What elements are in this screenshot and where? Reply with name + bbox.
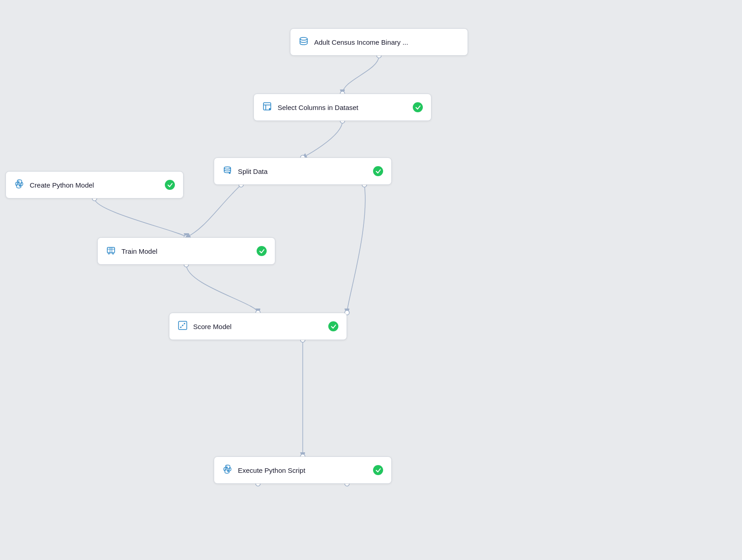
- score-icon: [178, 320, 188, 332]
- node-create-python-label: Create Python Model: [30, 181, 159, 189]
- node-create-python[interactable]: Create Python Model: [5, 171, 184, 199]
- node-train-model-label: Train Model: [121, 247, 251, 255]
- node-train-model[interactable]: Train Model: [97, 237, 275, 265]
- svg-point-20: [224, 167, 231, 169]
- select-columns-icon: [262, 101, 272, 113]
- svg-point-29: [226, 466, 226, 466]
- node-score-model[interactable]: Score Model: [169, 313, 347, 340]
- svg-point-30: [228, 472, 228, 472]
- execute-python-icon: [222, 464, 232, 476]
- check-badge-select-columns: [413, 102, 423, 112]
- node-split-data[interactable]: Split Data: [214, 157, 392, 185]
- database-icon: [299, 36, 309, 48]
- svg-point-18: [18, 181, 18, 181]
- check-badge-score-model: [328, 321, 338, 331]
- python-icon: [14, 179, 24, 191]
- check-badge-create-python: [165, 180, 175, 190]
- svg-point-15: [300, 37, 307, 40]
- node-split-data-label: Split Data: [238, 167, 368, 175]
- node-execute-python-label: Execute Python Script: [238, 466, 368, 474]
- node-score-model-label: Score Model: [193, 323, 323, 330]
- node-execute-python[interactable]: Execute Python Script: [214, 456, 392, 484]
- svg-point-19: [20, 187, 20, 187]
- svg-rect-22: [107, 247, 115, 253]
- check-badge-train-model: [257, 246, 267, 256]
- svg-point-24: [112, 253, 114, 254]
- split-icon: [222, 165, 232, 177]
- train-icon: [106, 245, 116, 257]
- check-badge-execute-python: [373, 465, 383, 475]
- node-adult-census-label: Adult Census Income Binary ...: [314, 38, 459, 46]
- node-select-columns-label: Select Columns in Dataset: [278, 104, 407, 111]
- svg-point-23: [108, 253, 110, 254]
- node-select-columns[interactable]: Select Columns in Dataset: [253, 94, 432, 121]
- svg-point-21: [229, 172, 231, 174]
- node-adult-census[interactable]: Adult Census Income Binary ...: [290, 28, 468, 56]
- check-badge-split-data: [373, 166, 383, 176]
